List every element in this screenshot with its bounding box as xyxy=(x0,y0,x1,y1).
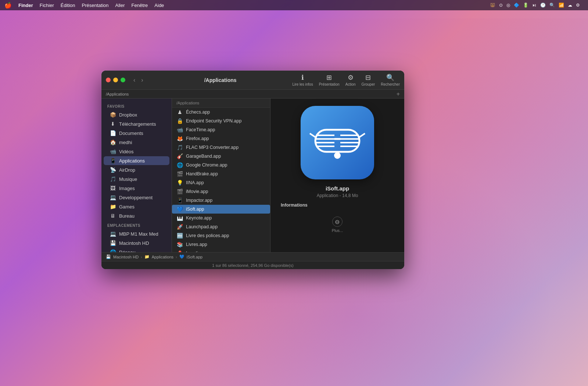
file-name: GarageBand.app xyxy=(186,154,221,159)
menubar-wifi-icon[interactable]: 📶 xyxy=(559,3,564,8)
menubar-time-machine-icon[interactable]: 🕐 xyxy=(540,3,546,8)
file-name: Livre des polices.app xyxy=(186,233,229,238)
file-name: Launchpad.app xyxy=(186,224,218,229)
app-icon: 🚀 xyxy=(176,224,183,230)
toolbar-search[interactable]: 🔍 Rechercher xyxy=(381,74,400,86)
list-item[interactable]: 🦊 Firefox.app xyxy=(172,134,270,143)
path-hd[interactable]: Macintosh HD xyxy=(113,255,139,259)
menubar-screen-icon[interactable]: ⊙ xyxy=(499,3,503,8)
back-button[interactable]: ‹ xyxy=(131,76,137,84)
sidebar-item-macintosh-hd[interactable]: 💾 Macintosh HD xyxy=(104,239,169,247)
preview-more[interactable]: ⊖ Plus... xyxy=(332,217,343,233)
status-text: 1 sur 86 sélectionné, 254,96 Go disponib… xyxy=(212,263,293,268)
toolbar-actions: ℹ Lire les infos ⊞ Présentation ⚙ Action… xyxy=(293,74,400,86)
network-icon: 🌐 xyxy=(110,249,116,252)
sidebar-item-label: Macintosh HD xyxy=(119,240,149,246)
menubar-bluetooth-icon[interactable]: 🔷 xyxy=(514,3,519,8)
menubar-icloud-icon[interactable]: ☁ xyxy=(568,3,572,8)
menubar-search-icon[interactable]: 🔍 xyxy=(549,3,555,8)
toolbar-nav[interactable]: ‹ › xyxy=(131,76,146,84)
sidebar-item-videos[interactable]: 📹 Vidéos xyxy=(104,147,169,156)
list-item[interactable]: 📍 Localiser.app xyxy=(172,249,270,252)
sidebar-item-images[interactable]: 🖼 Images xyxy=(104,184,169,193)
list-item[interactable]: 🎬 iMovie.app xyxy=(172,187,270,196)
add-button[interactable]: + xyxy=(397,91,400,97)
app-icon: 🎹 xyxy=(176,215,183,221)
file-list-path: /Applications xyxy=(176,101,199,105)
menubar-aller[interactable]: Aller xyxy=(115,3,125,8)
file-name: Endpoint Security VPN.app xyxy=(186,118,241,124)
sidebar-item-musique[interactable]: 🎵 Musique xyxy=(104,175,169,183)
sidebar-item-reseau[interactable]: 🌐 Réseau xyxy=(104,248,169,252)
sidebar-item-dropbox[interactable]: 📦 Dropbox xyxy=(104,110,169,119)
list-item[interactable]: 📹 FaceTime.app xyxy=(172,125,270,134)
forward-button[interactable]: › xyxy=(139,76,145,84)
list-item[interactable]: ♟ Échecs.app xyxy=(172,108,270,117)
menubar-presentation[interactable]: Présentation xyxy=(82,3,109,8)
menubar-fenetre[interactable]: Fenêtre xyxy=(132,3,148,8)
info-icon: ℹ xyxy=(301,74,304,82)
sidebar-item-games[interactable]: 📁 Games xyxy=(104,202,169,211)
sidebar-item-airdrop[interactable]: 📡 AirDrop xyxy=(104,165,169,174)
list-item[interactable]: 🚀 Launchpad.app xyxy=(172,222,270,231)
file-name: iMovie.app xyxy=(186,189,208,194)
menubar-battery-icon[interactable]: 🔋 xyxy=(523,3,528,8)
sidebar-item-applications[interactable]: 📱 Applications xyxy=(104,156,169,165)
file-name: Keynote.app xyxy=(186,215,212,221)
toolbar-info[interactable]: ℹ Lire les infos xyxy=(293,74,313,86)
list-item[interactable]: 🎹 Keynote.app xyxy=(172,214,270,222)
toolbar-group[interactable]: ⊟ Grouper xyxy=(362,74,375,86)
svg-rect-0 xyxy=(315,130,359,152)
menubar-aide[interactable]: Aide xyxy=(154,3,164,8)
toolbar-action[interactable]: ⚙ Action xyxy=(345,74,356,86)
list-item[interactable]: 🔤 Livre des polices.app xyxy=(172,231,270,240)
file-name: Livres.app xyxy=(186,242,207,247)
menubar-airdrop-icon[interactable]: ◎ xyxy=(506,3,510,8)
file-list-area: /Applications ♟ Échecs.app 🔒 Endpoint Se… xyxy=(172,99,270,252)
more-button[interactable]: ⊖ xyxy=(332,217,343,227)
file-name: Impactor.app xyxy=(186,198,212,203)
file-name: Google Chrome.app xyxy=(186,162,227,168)
sidebar-item-mbp[interactable]: 💻 MBP M1 Max Med xyxy=(104,229,169,238)
toolbar-view[interactable]: ⊞ Présentation xyxy=(319,74,340,86)
menubar-battlepants-icon[interactable]: 🐻 xyxy=(490,3,495,8)
list-item-selected[interactable]: 💙 iSoft.app xyxy=(172,205,270,214)
sidebar-item-telecharger[interactable]: ⬇ Téléchargements xyxy=(104,119,169,128)
minimize-button[interactable] xyxy=(113,78,118,82)
sidebar-item-developpement[interactable]: 💻 Developpement xyxy=(104,193,169,202)
preview-panel: iSoft.app Application - 14,8 Mo Informat… xyxy=(270,99,404,252)
list-item[interactable]: 📚 Livres.app xyxy=(172,240,270,249)
list-item[interactable]: 🎵 FLAC MP3 Converter.app xyxy=(172,143,270,152)
list-item[interactable]: 💡 IINA.app xyxy=(172,178,270,187)
download-icon: ⬇ xyxy=(110,121,116,127)
dropbox-icon: 📦 xyxy=(110,112,116,118)
action-icon: ⚙ xyxy=(348,74,354,82)
window-controls[interactable] xyxy=(106,78,125,82)
list-item[interactable]: 🎸 GarageBand.app xyxy=(172,152,270,161)
preview-meta: Application - 14,8 Mo xyxy=(317,193,358,198)
videos-icon: 📹 xyxy=(110,149,116,154)
menubar-fichier[interactable]: Fichier xyxy=(40,3,54,8)
content-area: Favoris 📦 Dropbox ⬇ Téléchargements 📄 Do… xyxy=(101,99,404,252)
list-item[interactable]: 🔒 Endpoint Security VPN.app xyxy=(172,117,270,125)
path-file[interactable]: iSoft.app xyxy=(187,255,202,259)
view-icon: ⊞ xyxy=(326,74,332,82)
sidebar-item-medhi[interactable]: 🏠 medhi xyxy=(104,138,169,147)
sidebar-item-label: Vidéos xyxy=(119,149,134,154)
apple-menu[interactable]: 🍎 xyxy=(4,2,12,9)
sidebar-item-bureau[interactable]: 🖥 Bureau xyxy=(104,211,169,220)
app-icon: 💙 xyxy=(176,206,183,212)
list-item[interactable]: 🎬 HandBrake.app xyxy=(172,169,270,178)
sidebar-item-documents[interactable]: 📄 Documents xyxy=(104,129,169,137)
airdrop-icon: 📡 xyxy=(110,167,116,173)
desktop-icon: 🖥 xyxy=(110,213,116,219)
list-item[interactable]: 📱 Impactor.app xyxy=(172,196,270,205)
menubar-media-icon[interactable]: ⏯ xyxy=(532,3,537,8)
menubar-edition[interactable]: Édition xyxy=(61,3,75,8)
list-item[interactable]: 🌐 Google Chrome.app xyxy=(172,161,270,169)
close-button[interactable] xyxy=(106,78,111,82)
maximize-button[interactable] xyxy=(121,78,125,82)
menubar-control-center-icon[interactable]: ⚙ xyxy=(576,3,580,8)
path-folder[interactable]: Applications xyxy=(152,255,173,259)
menubar-app-name[interactable]: Finder xyxy=(18,3,33,8)
